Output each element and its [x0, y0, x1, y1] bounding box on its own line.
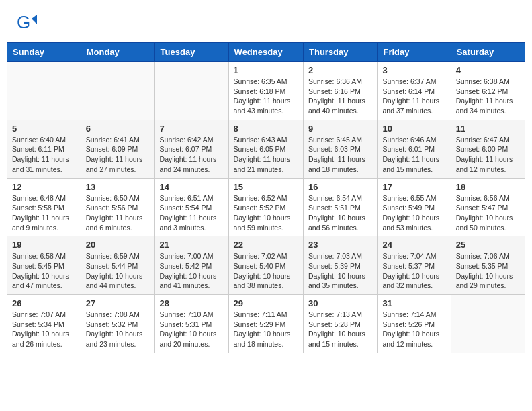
day-info: Sunrise: 6:45 AM Sunset: 6:03 PM Dayligh…: [308, 135, 372, 175]
week-row-4: 19Sunrise: 6:58 AM Sunset: 5:45 PM Dayli…: [7, 236, 525, 295]
day-number: 21: [160, 240, 224, 250]
weekday-header-tuesday: Tuesday: [154, 43, 228, 62]
day-number: 3: [382, 65, 445, 75]
calendar-cell: 26Sunrise: 7:07 AM Sunset: 5:34 PM Dayli…: [7, 295, 81, 353]
calendar-cell: 19Sunrise: 6:58 AM Sunset: 5:45 PM Dayli…: [7, 236, 81, 295]
weekday-header-monday: Monday: [81, 43, 154, 62]
day-info: Sunrise: 6:35 AM Sunset: 6:18 PM Dayligh…: [234, 77, 298, 116]
day-info: Sunrise: 7:13 AM Sunset: 5:28 PM Dayligh…: [308, 310, 372, 349]
day-number: 28: [160, 298, 224, 308]
calendar-cell: [154, 62, 228, 120]
calendar-cell: 2Sunrise: 6:36 AM Sunset: 6:16 PM Daylig…: [304, 62, 378, 120]
calendar-cell: 16Sunrise: 6:54 AM Sunset: 5:51 PM Dayli…: [304, 178, 378, 236]
day-info: Sunrise: 6:58 AM Sunset: 5:45 PM Dayligh…: [12, 251, 76, 291]
day-number: 19: [12, 240, 76, 250]
calendar-cell: 3Sunrise: 6:37 AM Sunset: 6:14 PM Daylig…: [378, 62, 451, 120]
calendar-cell: 5Sunrise: 6:40 AM Sunset: 6:11 PM Daylig…: [7, 120, 81, 178]
day-info: Sunrise: 6:52 AM Sunset: 5:52 PM Dayligh…: [234, 193, 298, 233]
day-info: Sunrise: 7:00 AM Sunset: 5:42 PM Dayligh…: [160, 251, 224, 291]
calendar-cell: 12Sunrise: 6:48 AM Sunset: 5:58 PM Dayli…: [7, 178, 81, 236]
calendar-cell: 31Sunrise: 7:14 AM Sunset: 5:26 PM Dayli…: [378, 295, 451, 353]
calendar-cell: 11Sunrise: 6:47 AM Sunset: 6:00 PM Dayli…: [451, 120, 525, 178]
day-number: 5: [12, 124, 76, 134]
calendar-cell: 20Sunrise: 6:59 AM Sunset: 5:44 PM Dayli…: [81, 236, 154, 295]
day-info: Sunrise: 6:42 AM Sunset: 6:07 PM Dayligh…: [160, 135, 224, 175]
day-number: 13: [86, 182, 150, 192]
calendar-cell: [81, 62, 154, 120]
calendar-cell: 13Sunrise: 6:50 AM Sunset: 5:56 PM Dayli…: [81, 178, 154, 236]
calendar-cell: 23Sunrise: 7:03 AM Sunset: 5:39 PM Dayli…: [304, 236, 378, 295]
day-info: Sunrise: 6:56 AM Sunset: 5:47 PM Dayligh…: [456, 193, 520, 233]
day-number: 22: [234, 240, 298, 250]
day-info: Sunrise: 6:48 AM Sunset: 5:58 PM Dayligh…: [12, 193, 76, 233]
day-info: Sunrise: 6:50 AM Sunset: 5:56 PM Dayligh…: [86, 193, 150, 233]
calendar-cell: 24Sunrise: 7:04 AM Sunset: 5:37 PM Dayli…: [378, 236, 451, 295]
week-row-2: 5Sunrise: 6:40 AM Sunset: 6:11 PM Daylig…: [7, 120, 525, 178]
calendar-cell: 4Sunrise: 6:38 AM Sunset: 6:12 PM Daylig…: [451, 62, 525, 120]
day-number: 1: [234, 65, 298, 75]
calendar-cell: 8Sunrise: 6:43 AM Sunset: 6:05 PM Daylig…: [228, 120, 303, 178]
calendar-cell: 9Sunrise: 6:45 AM Sunset: 6:03 PM Daylig…: [304, 120, 378, 178]
svg-text:G: G: [17, 13, 30, 32]
day-number: 17: [382, 182, 445, 192]
day-info: Sunrise: 6:43 AM Sunset: 6:05 PM Dayligh…: [234, 135, 298, 175]
day-number: 16: [308, 182, 372, 192]
day-number: 7: [160, 124, 224, 134]
svg-marker-1: [32, 15, 37, 24]
day-info: Sunrise: 7:11 AM Sunset: 5:29 PM Dayligh…: [234, 310, 298, 349]
calendar-cell: 18Sunrise: 6:56 AM Sunset: 5:47 PM Dayli…: [451, 178, 525, 236]
day-number: 20: [86, 240, 150, 250]
calendar-cell: 25Sunrise: 7:06 AM Sunset: 5:35 PM Dayli…: [451, 236, 525, 295]
day-number: 29: [234, 298, 298, 308]
week-row-5: 26Sunrise: 7:07 AM Sunset: 5:34 PM Dayli…: [7, 295, 525, 353]
day-number: 8: [234, 124, 298, 134]
calendar-cell: 14Sunrise: 6:51 AM Sunset: 5:54 PM Dayli…: [154, 178, 228, 236]
day-info: Sunrise: 6:46 AM Sunset: 6:01 PM Dayligh…: [382, 135, 445, 175]
day-info: Sunrise: 7:14 AM Sunset: 5:26 PM Dayligh…: [382, 310, 445, 349]
day-info: Sunrise: 6:38 AM Sunset: 6:12 PM Dayligh…: [456, 77, 520, 116]
day-number: 26: [12, 298, 76, 308]
calendar-cell: 7Sunrise: 6:42 AM Sunset: 6:07 PM Daylig…: [154, 120, 228, 178]
calendar-cell: 21Sunrise: 7:00 AM Sunset: 5:42 PM Dayli…: [154, 236, 228, 295]
calendar-cell: 28Sunrise: 7:10 AM Sunset: 5:31 PM Dayli…: [154, 295, 228, 353]
day-number: 9: [308, 124, 372, 134]
day-info: Sunrise: 7:08 AM Sunset: 5:32 PM Dayligh…: [86, 310, 150, 349]
day-info: Sunrise: 7:03 AM Sunset: 5:39 PM Dayligh…: [308, 251, 372, 291]
day-info: Sunrise: 6:36 AM Sunset: 6:16 PM Dayligh…: [308, 77, 372, 116]
day-number: 11: [456, 124, 520, 134]
day-info: Sunrise: 6:51 AM Sunset: 5:54 PM Dayligh…: [160, 193, 224, 233]
day-number: 18: [456, 182, 520, 192]
page-header: G: [7, 7, 525, 37]
calendar-cell: 22Sunrise: 7:02 AM Sunset: 5:40 PM Dayli…: [228, 236, 303, 295]
day-info: Sunrise: 7:07 AM Sunset: 5:34 PM Dayligh…: [12, 310, 76, 349]
calendar-cell: 29Sunrise: 7:11 AM Sunset: 5:29 PM Dayli…: [228, 295, 303, 353]
weekday-header-saturday: Saturday: [451, 43, 525, 62]
day-number: 30: [308, 298, 372, 308]
weekday-header-friday: Friday: [378, 43, 451, 62]
day-number: 25: [456, 240, 520, 250]
calendar-cell: 17Sunrise: 6:55 AM Sunset: 5:49 PM Dayli…: [378, 178, 451, 236]
weekday-header-sunday: Sunday: [7, 43, 81, 62]
calendar-cell: [7, 62, 81, 120]
calendar-cell: 6Sunrise: 6:41 AM Sunset: 6:09 PM Daylig…: [81, 120, 154, 178]
day-info: Sunrise: 7:04 AM Sunset: 5:37 PM Dayligh…: [382, 251, 445, 291]
day-number: 10: [382, 124, 445, 134]
day-info: Sunrise: 6:55 AM Sunset: 5:49 PM Dayligh…: [382, 193, 445, 233]
day-info: Sunrise: 6:40 AM Sunset: 6:11 PM Dayligh…: [12, 135, 76, 175]
calendar-cell: 10Sunrise: 6:46 AM Sunset: 6:01 PM Dayli…: [378, 120, 451, 178]
calendar-cell: [451, 295, 525, 353]
week-row-3: 12Sunrise: 6:48 AM Sunset: 5:58 PM Dayli…: [7, 178, 525, 236]
day-number: 2: [308, 65, 372, 75]
day-number: 27: [86, 298, 150, 308]
calendar-cell: 27Sunrise: 7:08 AM Sunset: 5:32 PM Dayli…: [81, 295, 154, 353]
day-number: 4: [456, 65, 520, 75]
calendar-cell: 1Sunrise: 6:35 AM Sunset: 6:18 PM Daylig…: [228, 62, 303, 120]
day-number: 24: [382, 240, 445, 250]
day-info: Sunrise: 6:41 AM Sunset: 6:09 PM Dayligh…: [86, 135, 150, 175]
day-number: 15: [234, 182, 298, 192]
calendar-cell: 30Sunrise: 7:13 AM Sunset: 5:28 PM Dayli…: [304, 295, 378, 353]
day-number: 23: [308, 240, 372, 250]
day-number: 31: [382, 298, 445, 308]
day-info: Sunrise: 6:54 AM Sunset: 5:51 PM Dayligh…: [308, 193, 372, 233]
logo: G: [17, 13, 39, 34]
